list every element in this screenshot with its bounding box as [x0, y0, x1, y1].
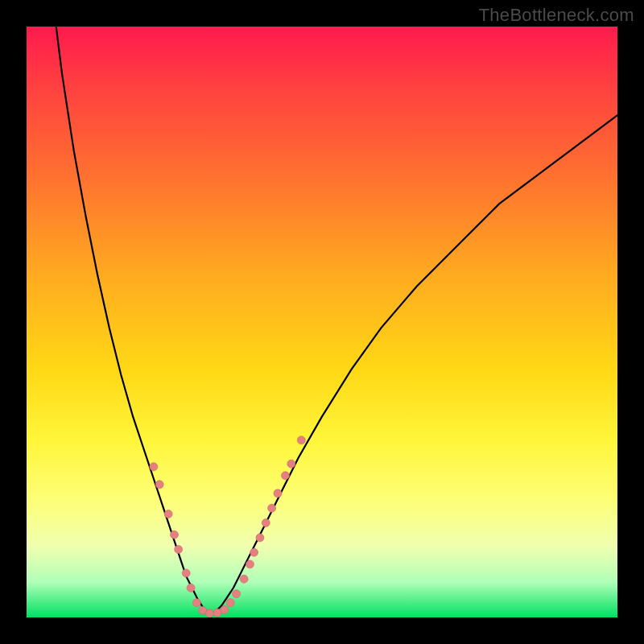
highlight-dot — [274, 489, 282, 497]
right-curve — [210, 115, 617, 614]
highlight-dot — [287, 460, 295, 468]
highlight-dot — [262, 519, 270, 527]
highlight-dot — [246, 560, 254, 568]
highlight-dot — [199, 606, 207, 614]
highlight-dot — [187, 584, 195, 592]
highlight-dot — [206, 609, 214, 617]
highlight-dot — [221, 605, 229, 613]
highlight-dot — [240, 575, 248, 583]
chart-frame: TheBottleneck.com — [0, 0, 644, 644]
highlight-dot — [192, 599, 200, 607]
highlight-dot — [268, 504, 276, 512]
highlight-dot — [171, 530, 179, 539]
highlighted-dots-group — [150, 436, 305, 617]
highlight-dot — [233, 590, 241, 598]
highlight-dot — [150, 463, 158, 471]
chart-overlay-svg — [27, 27, 617, 617]
highlight-dot — [250, 548, 258, 556]
highlight-dot — [256, 534, 264, 542]
highlight-dot — [281, 472, 289, 480]
highlight-dot — [155, 481, 163, 489]
watermark-text: TheBottleneck.com — [479, 5, 634, 26]
highlight-dot — [213, 609, 221, 617]
highlight-dot — [164, 510, 172, 518]
highlight-dot — [297, 436, 305, 444]
left-curve — [56, 27, 210, 614]
highlight-dot — [182, 569, 190, 577]
highlight-dot — [226, 599, 234, 607]
highlight-dot — [175, 546, 183, 554]
